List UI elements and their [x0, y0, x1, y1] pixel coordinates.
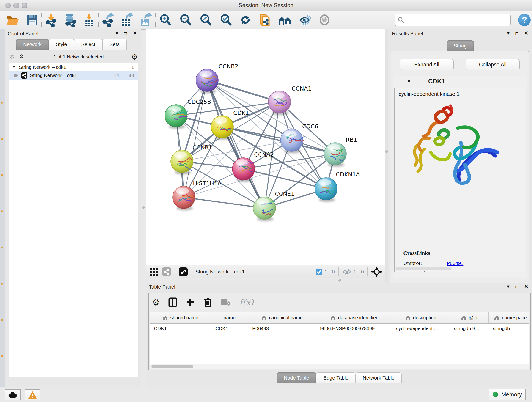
- expand-all-button[interactable]: Expand All: [400, 59, 454, 70]
- results-hscrollbar[interactable]: [396, 267, 451, 270]
- network-graph[interactable]: CCNB2CCNA1CDC25BCDK1CDC6RB1CCNB1CCNA2CDK…: [146, 29, 385, 265]
- edge-CCNB2-CCNE1[interactable]: [207, 80, 264, 208]
- collapse-all-button[interactable]: Collapse All: [466, 59, 520, 70]
- network-view-mode-icon[interactable]: [162, 267, 171, 276]
- refresh-view-button[interactable]: [239, 13, 252, 27]
- zoom-selected-button[interactable]: [220, 13, 232, 27]
- column-header-shared-name[interactable]: shared name: [150, 312, 211, 323]
- node-HIST1H1A[interactable]: HIST1H1A: [172, 180, 222, 211]
- export-network-button[interactable]: [102, 13, 114, 27]
- node-CCNE1[interactable]: CCNE1: [253, 191, 294, 221]
- save-session-button[interactable]: [26, 13, 38, 27]
- clone-network-button[interactable]: [259, 13, 271, 27]
- network-tree-row[interactable]: ▼String Network – cdk11: [9, 63, 138, 71]
- network-options-gear-icon[interactable]: ⚙: [131, 53, 138, 61]
- panel-float-icon[interactable]: ◻: [515, 284, 519, 289]
- tab-node-table[interactable]: Node Table: [277, 372, 316, 383]
- network-tree-row[interactable]: String Network – cdk11148: [9, 71, 138, 80]
- tree-collapse-icon[interactable]: ▼: [12, 65, 16, 69]
- table-panel-title: Table Panel: [149, 284, 175, 290]
- left-divider-handle[interactable]: [142, 206, 145, 209]
- panel-menu-icon[interactable]: ▾: [507, 30, 510, 36]
- add-column-icon[interactable]: [186, 298, 195, 307]
- cloud-status-button[interactable]: [5, 389, 21, 400]
- crosslink-row: GeneCard:P06493: [403, 270, 503, 272]
- collapse-arrow-icon[interactable]: ▼: [407, 79, 411, 84]
- delete-column-icon[interactable]: [204, 297, 212, 307]
- export-image-button[interactable]: [139, 13, 152, 27]
- node-RB1[interactable]: RB1: [324, 137, 357, 167]
- delete-table-icon[interactable]: [221, 298, 231, 306]
- column-header--id[interactable]: @id: [450, 312, 489, 323]
- tab-network-table[interactable]: Network Table: [355, 372, 402, 383]
- grid-mode-icon[interactable]: [150, 268, 158, 276]
- network-view-canvas[interactable]: CCNB2CCNA1CDC25BCDK1CDC6RB1CCNB1CCNA2CDK…: [146, 29, 385, 265]
- zoom-fit-button[interactable]: [199, 13, 212, 27]
- crosslink-link[interactable]: P06493: [447, 260, 463, 266]
- node-CCNB1[interactable]: CCNB1: [171, 144, 212, 174]
- node-CCNA1[interactable]: CCNA1: [268, 85, 312, 115]
- table-settings-gear-icon[interactable]: ⚙: [152, 298, 160, 307]
- panel-menu-icon[interactable]: ▾: [507, 283, 510, 289]
- birdseye-view-icon[interactable]: [179, 267, 188, 276]
- column-header-database-identifier[interactable]: database identifier: [316, 312, 392, 323]
- node-CDKN1A[interactable]: CDKN1A: [315, 171, 360, 202]
- grayed-eye-button[interactable]: [318, 13, 330, 27]
- tab-edge-table[interactable]: Edge Table: [316, 372, 355, 383]
- right-divider-handle[interactable]: [385, 150, 388, 153]
- cell--id[interactable]: stringdb:9...: [450, 326, 489, 331]
- warning-status-button[interactable]: [25, 389, 40, 400]
- tab-string[interactable]: String: [447, 40, 474, 51]
- cell-description[interactable]: cyclin-dependent ...: [392, 326, 450, 331]
- hide-panels-button[interactable]: [299, 13, 312, 27]
- edge-HIST1H1A-CCNE1[interactable]: [184, 197, 264, 208]
- zoom-out-button[interactable]: [179, 13, 192, 27]
- cell-name[interactable]: CDK1: [211, 326, 248, 331]
- help-button[interactable]: ?: [518, 14, 531, 26]
- tab-sets[interactable]: Sets: [102, 39, 127, 50]
- memory-button[interactable]: Memory: [489, 389, 526, 400]
- import-network-database-button[interactable]: [63, 13, 77, 27]
- cell-canonical-name[interactable]: P06493: [248, 326, 316, 331]
- panel-float-icon[interactable]: ◻: [515, 31, 519, 36]
- table-row[interactable]: CDK1CDK1P064939606.ENSP00000378699cyclin…: [150, 324, 529, 333]
- table-hscrollbar[interactable]: [150, 364, 530, 369]
- column-header-name[interactable]: name: [211, 312, 248, 323]
- panel-menu-icon[interactable]: ▾: [116, 30, 118, 36]
- function-builder-icon[interactable]: f(x): [239, 298, 254, 307]
- shared-column-icon: [461, 315, 467, 320]
- export-table-button[interactable]: [120, 13, 133, 27]
- node-CDC25B[interactable]: CDC25B: [165, 99, 211, 129]
- zoom-in-button[interactable]: [159, 13, 172, 27]
- search-field[interactable]: [404, 15, 510, 25]
- panel-close-icon[interactable]: ✕: [524, 283, 528, 289]
- tab-style[interactable]: Style: [49, 39, 74, 50]
- panel-close-icon[interactable]: ✕: [524, 30, 528, 36]
- panel-float-icon[interactable]: ◻: [124, 31, 127, 36]
- bottom-divider-handle[interactable]: [338, 279, 341, 282]
- node-CCNB2[interactable]: CCNB2: [196, 63, 239, 93]
- panel-close-icon[interactable]: ✕: [133, 30, 137, 36]
- column-header-description[interactable]: description: [392, 312, 450, 323]
- import-network-file-button[interactable]: [45, 13, 57, 27]
- collapse-all-icon[interactable]: [9, 54, 17, 60]
- cell-namespace[interactable]: stringdb: [489, 326, 530, 331]
- column-header-namespace[interactable]: namespace: [489, 312, 530, 323]
- show-all-panels-button[interactable]: [278, 13, 292, 27]
- search-input[interactable]: [394, 14, 511, 26]
- gene-section-header[interactable]: ▼ CDK1: [393, 76, 526, 87]
- tab-network[interactable]: Network: [16, 39, 49, 50]
- export-table-icon: [120, 13, 133, 27]
- table-hscroll-thumb[interactable]: [152, 365, 193, 368]
- pan-crosshair-icon[interactable]: [371, 267, 382, 277]
- open-session-button[interactable]: [6, 13, 19, 27]
- cell-database-identifier[interactable]: 9606.ENSP00000378699: [316, 326, 392, 331]
- cell-shared-name[interactable]: CDK1: [150, 326, 211, 331]
- expand-all-icon[interactable]: [18, 54, 26, 60]
- selected-checkbox-icon[interactable]: [316, 268, 322, 275]
- column-header-canonical-name[interactable]: canonical name: [248, 312, 316, 323]
- import-table-button[interactable]: [83, 13, 95, 27]
- tab-select[interactable]: Select: [74, 39, 102, 50]
- crosslink-link[interactable]: P06493: [447, 270, 463, 272]
- show-columns-icon[interactable]: [168, 298, 177, 307]
